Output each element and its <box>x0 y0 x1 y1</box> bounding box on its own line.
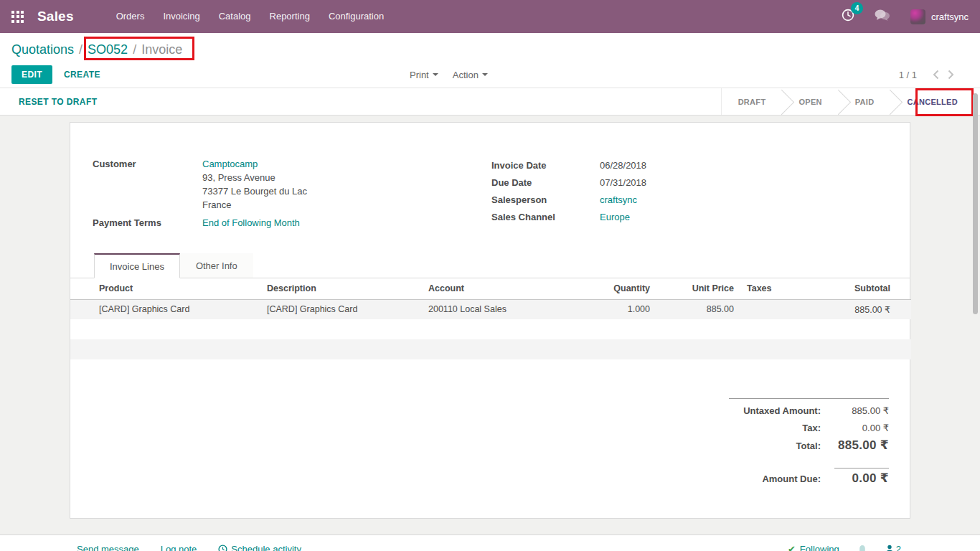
due-date-label: Due Date <box>491 174 600 192</box>
pager-prev-button[interactable] <box>928 68 943 81</box>
following-button[interactable]: ✔ Following <box>788 544 839 551</box>
sales-channel-label: Sales Channel <box>491 209 600 226</box>
breadcrumb-invoice-current: Invoice <box>141 42 182 57</box>
log-note-button[interactable]: Log note <box>161 544 197 551</box>
user-menu[interactable]: craftsync <box>931 11 969 22</box>
nav-item-catalog[interactable]: Catalog <box>209 0 260 33</box>
cell-product: [CARD] Graphics Card <box>70 299 264 319</box>
invoice-date-label: Invoice Date <box>491 157 600 174</box>
untaxed-amount-label: Untaxed Amount: <box>743 402 821 420</box>
activity-clock-icon[interactable]: 4 <box>841 8 855 25</box>
invoice-date-value: 06/28/2018 <box>600 157 646 174</box>
reset-to-draft-button[interactable]: RESET TO DRAFT <box>19 97 97 107</box>
tax-label: Tax: <box>802 420 821 437</box>
cell-account: 200110 Local Sales <box>425 299 590 319</box>
cell-subtotal: 885.00 ₹ <box>782 299 911 319</box>
nav-item-invoicing[interactable]: Invoicing <box>154 0 209 33</box>
followers-count: 2 <box>896 544 901 551</box>
create-button[interactable]: CREATE <box>64 70 100 80</box>
amount-due-label: Amount Due: <box>762 471 821 488</box>
tab-other-info[interactable]: Other Info <box>180 253 253 278</box>
edit-button[interactable]: EDIT <box>11 65 52 84</box>
breadcrumb-separator: / <box>79 42 83 57</box>
check-icon: ✔ <box>788 544 796 551</box>
table-row[interactable]: [CARD] Graphics Card [CARD] Graphics Car… <box>70 299 911 319</box>
statusbar: RESET TO DRAFT DRAFT OPEN PAID CANCELLED <box>0 88 980 116</box>
followers-button[interactable]: 2 <box>885 544 901 551</box>
breadcrumb-quotations[interactable]: Quotations <box>11 42 74 57</box>
user-avatar[interactable] <box>910 9 925 24</box>
schedule-activity-button[interactable]: Schedule activity <box>218 544 301 551</box>
caret-down-icon <box>482 73 488 79</box>
total-label: Total: <box>796 438 821 455</box>
main-content: Customer Camptocamp 93, Press Avenue 733… <box>0 116 980 534</box>
empty-row <box>70 339 911 359</box>
status-cancelled[interactable]: CANCELLED <box>890 88 974 115</box>
col-subtotal[interactable]: Subtotal <box>782 278 911 299</box>
control-panel-buttons: EDIT CREATE Print Action 1 / 1 <box>0 62 980 88</box>
chatter-bar: Send message Log note Schedule activity … <box>0 534 980 551</box>
tab-invoice-lines[interactable]: Invoice Lines <box>94 253 180 278</box>
amount-due-value: 0.00 ₹ <box>821 470 889 487</box>
status-steps: DRAFT OPEN PAID CANCELLED <box>721 88 980 115</box>
empty-row <box>70 319 911 339</box>
bell-icon[interactable] <box>858 545 867 551</box>
col-taxes[interactable]: Taxes <box>737 278 782 299</box>
cell-unit-price: 885.00 <box>653 299 737 319</box>
pager-count: 1 / 1 <box>899 70 917 80</box>
customer-address-line: 73377 Le Bourget du Lac <box>202 184 307 198</box>
notification-badge: 4 <box>851 2 863 14</box>
caret-down-icon <box>433 73 438 79</box>
nav-item-orders[interactable]: Orders <box>107 0 154 33</box>
vertical-scrollbar-thumb[interactable] <box>973 93 978 314</box>
pager-next-button[interactable] <box>943 68 958 81</box>
col-product[interactable]: Product <box>70 278 264 299</box>
customer-label: Customer <box>93 157 202 212</box>
total-value: 885.00 ₹ <box>821 437 889 454</box>
breadcrumb: Quotations/SO052/Invoice <box>0 33 980 62</box>
schedule-clock-icon <box>218 545 227 551</box>
customer-link[interactable]: Camptocamp <box>202 159 258 169</box>
breadcrumb-so052[interactable]: SO052 <box>88 42 128 57</box>
cell-quantity: 1.000 <box>590 299 653 319</box>
send-message-button[interactable]: Send message <box>77 544 139 551</box>
notebook-tabs: Invoice Lines Other Info <box>70 253 910 278</box>
col-description[interactable]: Description <box>264 278 425 299</box>
status-draft[interactable]: DRAFT <box>722 88 783 115</box>
totals-block: Untaxed Amount: 885.00 ₹ Tax: 0.00 ₹ Tot… <box>729 398 889 488</box>
top-navbar: Sales Orders Invoicing Catalog Reporting… <box>0 0 980 33</box>
cell-taxes <box>737 299 782 319</box>
customer-address-line: France <box>202 198 307 212</box>
print-dropdown[interactable]: Print <box>410 70 438 80</box>
salesperson-label: Salesperson <box>491 192 600 209</box>
untaxed-amount-value: 885.00 ₹ <box>821 402 889 420</box>
action-dropdown[interactable]: Action <box>453 70 488 80</box>
payment-terms-label: Payment Terms <box>93 216 202 230</box>
col-account[interactable]: Account <box>425 278 590 299</box>
empty-row <box>70 359 911 380</box>
col-quantity[interactable]: Quantity <box>590 278 653 299</box>
col-unit-price[interactable]: Unit Price <box>653 278 737 299</box>
table-header-row: Product Description Account Quantity Uni… <box>70 278 911 299</box>
sales-channel-link[interactable]: Europe <box>600 212 630 222</box>
salesperson-link[interactable]: craftsync <box>600 194 637 205</box>
messages-icon[interactable] <box>874 9 890 24</box>
invoice-lines-table: Product Description Account Quantity Uni… <box>70 278 911 380</box>
invoice-form-sheet: Customer Camptocamp 93, Press Avenue 733… <box>70 122 910 519</box>
status-open[interactable]: OPEN <box>782 88 838 115</box>
payment-terms-link[interactable]: End of Following Month <box>202 217 300 228</box>
nav-item-configuration[interactable]: Configuration <box>319 0 393 33</box>
nav-item-reporting[interactable]: Reporting <box>260 0 319 33</box>
due-date-value: 07/31/2018 <box>600 174 646 192</box>
customer-address-line: 93, Press Avenue <box>202 171 307 184</box>
amount-due-divider <box>834 468 889 468</box>
apps-grid-icon[interactable] <box>11 11 24 23</box>
person-icon <box>885 545 894 551</box>
app-name[interactable]: Sales <box>37 9 74 24</box>
status-paid[interactable]: PAID <box>839 88 891 115</box>
breadcrumb-separator: / <box>133 42 136 57</box>
cell-description: [CARD] Graphics Card <box>264 299 425 319</box>
tax-value: 0.00 ₹ <box>821 420 889 437</box>
